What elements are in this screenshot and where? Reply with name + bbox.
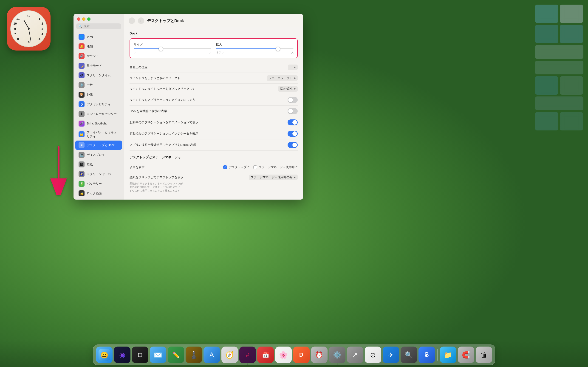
sidebar-item-desktop[interactable]: 🖥 デスクトップとDock [75,141,122,150]
magnification-slider-label: 拡大 [216,42,294,47]
minimize-to-icon-label: ウインドウをアプリケーションアイコンにしまう [130,98,195,102]
back-button[interactable]: ‹ [129,17,135,24]
section-separator [130,151,298,155]
minimize-effect-select[interactable]: ジニーエフェクト [267,75,298,81]
position-select[interactable]: 下 [288,65,298,70]
sidebar-item-battery[interactable]: 🔋 バッテリー [75,179,122,188]
search-input[interactable] [84,25,119,28]
size-slider-range: 小 大 [134,51,211,54]
animate-launch-label: 起動中のアプリケーションをアニメーションで表示 [130,120,198,125]
screentime-icon: ⏱ [79,72,84,78]
dock-icon-slack[interactable]: # [239,347,256,363]
desktop-checkbox[interactable] [223,165,227,169]
auto-hide-label: Dockを自動的に表示/非表示 [130,109,167,113]
click-wallpaper-setting: 壁紙をクリックしてデスクトップを表示 ステージマネージャ使用時のみ 壁紙をクリッ… [130,172,298,195]
siri-icon: 🎤 [79,121,84,126]
click-wallpaper-select[interactable]: ステージマネージャ使用時のみ [249,175,298,180]
desktop-tile-3 [535,25,558,43]
clock-hour-hand [23,19,29,29]
forward-button[interactable]: › [138,17,144,24]
sidebar-item-label-battery: バッテリー [87,182,102,186]
size-slider-thumb[interactable] [159,47,163,51]
dock-icon-quicklook[interactable]: 🔍 [401,347,417,363]
position-chevron-icon [294,66,296,68]
dock-icon-chrome[interactable]: ⊙ [365,347,381,363]
sidebar-item-wallpaper[interactable]: 🖼 壁紙 [75,160,122,169]
sidebar-item-privacy[interactable]: 🔐 プライバシーとセキュリティ [75,129,122,140]
dock-icon-siri[interactable]: ◉ [114,347,131,363]
clock-number-1: 1 [39,17,40,20]
dock-icon-airmail[interactable]: ✈ [383,347,399,363]
wallpaper-icon: 🖼 [79,161,84,167]
dock-icon-appstore[interactable]: A [204,347,220,363]
dock-bar: 😀 ◉ ⊞ ✉️ ✏️ ♟️ A 🧭 # [0,339,588,367]
stage-checkbox[interactable] [253,165,257,169]
dock-icon-fantastical[interactable]: 📅 [257,347,274,363]
minimize-to-icon-toggle[interactable] [288,97,298,103]
sidebar-item-label-accessibility: アクセシビリティ [87,102,111,106]
dock-icon-photos[interactable]: 🌸 [275,347,292,363]
clock-number-4: 4 [39,37,40,41]
dock-separator [437,349,438,361]
dock-icon-files[interactable]: 📁 [440,347,456,363]
dock-icon-mail[interactable]: ✉️ [150,347,166,363]
minimize-button[interactable] [82,17,85,21]
svg-text:😀: 😀 [100,351,108,359]
click-wallpaper-chevron-icon [294,176,296,178]
dock-icon-launchpad[interactable]: ⊞ [132,347,148,363]
dock-icon-migration[interactable]: ↗ [347,347,363,363]
dock-icon-finder[interactable]: 😀 [96,347,113,363]
dock-icon-craft[interactable]: ✏️ [168,347,184,363]
desktop-icon: 🖥 [79,142,84,148]
sidebar-item-label-sound: サウンド [87,54,99,58]
appearance-icon: 🎨 [79,92,84,98]
desktop-tile-2 [560,5,583,23]
sidebar-item-label-lockscreen: ロック画面 [87,191,102,195]
sidebar-item-label-siri: Siriと Spotlight [87,122,107,126]
sidebar-item-accessibility[interactable]: ♿ アクセシビリティ [75,100,122,109]
sidebar-item-appearance[interactable]: 🎨 外観 [75,90,122,99]
sidebar-item-focus[interactable]: 🌙 集中モード [75,61,122,70]
sidebar-item-siri[interactable]: 🎤 Siriと Spotlight [75,119,122,128]
dock-icon-timemachine[interactable]: ⏰ [311,347,328,363]
dock-icon-syspref[interactable]: ⚙️ [329,347,346,363]
show-items-setting: 項目を表示 デスクトップに ステージマネージャ使用時に [130,163,298,172]
sidebar-item-controlcenter[interactable]: 🎛 コントロールセンター [75,109,122,118]
magnification-slider-track[interactable] [216,49,294,49]
search-bar[interactable]: 🔍 [76,24,121,29]
dock-icon-chess[interactable]: ♟️ [186,347,202,363]
dock-icon-bluetooth[interactable]: Ƀ [418,347,435,363]
sidebar-item-display[interactable]: 💻 ディスプレイ [75,150,122,159]
sidebar-item-label-screentime: スクリーンタイム [87,73,111,77]
double-click-select[interactable]: 拡大/縮小 [278,86,298,92]
show-indicators-toggle[interactable] [288,131,298,137]
dock-icon-trash[interactable]: 🗑 [476,347,492,363]
dock-icon-diet[interactable]: D [293,347,310,363]
dock-icon-safari[interactable]: 🧭 [221,347,238,363]
clock-number-8: 8 [17,37,19,41]
size-slider-track[interactable] [134,49,211,49]
show-recent-setting: アプリの提案と最近使用したアプリをDockに表示 [130,139,298,151]
main-content: ‹ › デスクトップとDock Dock サイズ [124,14,303,200]
dock-icon-magnet[interactable]: 🧲 [458,347,474,363]
sidebar-item-notification[interactable]: 🔔 通知 [75,42,122,51]
auto-hide-toggle[interactable] [288,108,298,114]
show-recent-label: アプリの提案と最近使用したアプリをDockに表示 [130,143,196,147]
maximize-button[interactable] [87,17,91,21]
sidebar-item-screensaver[interactable]: 🌠 スクリーンセーバ [75,169,122,179]
content-header: ‹ › デスクトップとDock [124,14,303,27]
animate-launch-toggle-knob [292,120,297,125]
sidebar-item-screentime[interactable]: ⏱ スクリーンタイム [75,71,122,80]
show-recent-toggle[interactable] [288,142,298,148]
sidebar-item-general[interactable]: ⚙️ 一般 [75,80,122,90]
sidebar-item-vpn[interactable]: 🌐 VPN [75,32,122,41]
sidebar-item-sound[interactable]: 🔊 サウンド [75,51,122,61]
desktop-tile-5 [535,45,583,59]
animate-launch-toggle[interactable] [288,119,298,125]
sidebar-item-lockscreen[interactable]: 🔒 ロック画面 [75,189,122,198]
sidebar-item-label-notification: 通知 [87,44,93,49]
size-min-label: 小 [134,51,136,54]
magnification-slider-thumb[interactable] [276,47,280,51]
auto-hide-setting: Dockを自動的に表示/非表示 [130,106,298,117]
close-button[interactable] [77,17,80,21]
